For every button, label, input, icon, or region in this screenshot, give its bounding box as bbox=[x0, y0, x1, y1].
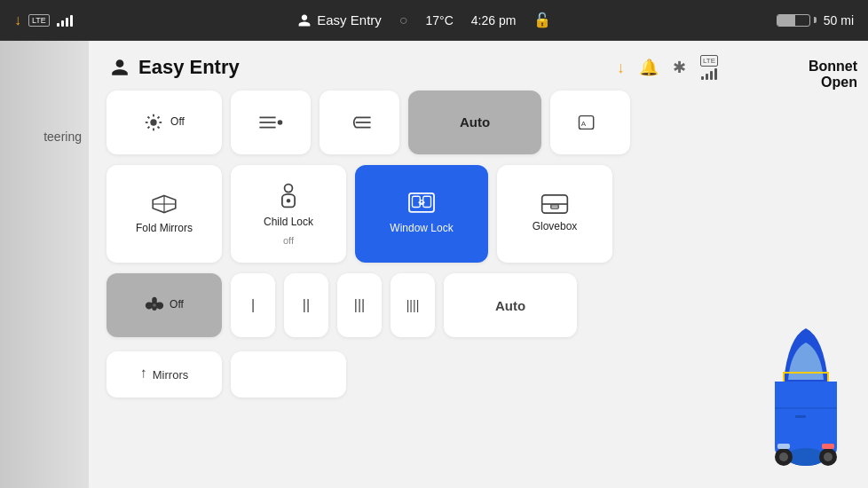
header-sig-1 bbox=[701, 76, 704, 80]
battery-fill bbox=[777, 15, 795, 26]
svg-point-19 bbox=[287, 199, 290, 202]
svg-point-23 bbox=[420, 201, 423, 204]
svg-line-7 bbox=[148, 127, 150, 129]
svg-rect-21 bbox=[413, 196, 421, 207]
right-panel: Bonnet Open bbox=[739, 41, 868, 488]
fan-off-icon bbox=[145, 295, 164, 315]
status-profile-name: Easy Entry bbox=[317, 12, 382, 28]
svg-point-28 bbox=[153, 303, 156, 307]
status-person-icon bbox=[297, 13, 312, 28]
header-lte-badge: LTE bbox=[700, 55, 718, 67]
svg-point-35 bbox=[824, 453, 832, 461]
signal-bar-2 bbox=[61, 20, 64, 27]
fan-1-label: | bbox=[251, 297, 255, 313]
header-icons: ↓ 🔔 ✱ LTE bbox=[617, 55, 718, 80]
bonnet-label: Bonnet bbox=[809, 59, 857, 75]
car-illustration bbox=[753, 293, 868, 488]
child-lock-label: Child Lock bbox=[264, 216, 313, 230]
fold-mirrors-label: Fold Mirrors bbox=[136, 222, 193, 236]
fog-front-icon bbox=[347, 114, 372, 131]
svg-point-33 bbox=[779, 453, 788, 461]
sidebar-steering-label: teering bbox=[43, 130, 82, 144]
status-left: ↓ LTE bbox=[14, 12, 73, 28]
child-lock-button[interactable]: Child Lock off bbox=[231, 165, 346, 263]
fan-off-label: Off bbox=[170, 298, 184, 312]
header-download-icon: ↓ bbox=[617, 59, 625, 77]
header-bluetooth-icon: ✱ bbox=[673, 58, 686, 77]
glovebox-label: Glovebox bbox=[533, 220, 578, 234]
fan-3-label: ||| bbox=[354, 297, 365, 313]
main-content: teering Easy Entry ↓ 🔔 ✱ LTE bbox=[0, 41, 868, 488]
child-lock-icon bbox=[276, 182, 301, 210]
svg-rect-36 bbox=[795, 415, 806, 418]
auto-light-icon-button[interactable]: A bbox=[550, 91, 630, 154]
status-circle-icon: ○ bbox=[399, 12, 408, 28]
header-sig-2 bbox=[706, 74, 708, 80]
svg-rect-22 bbox=[423, 196, 431, 207]
svg-line-6 bbox=[158, 127, 160, 129]
car-svg bbox=[753, 293, 868, 488]
svg-point-12 bbox=[278, 120, 283, 125]
fan-speed-row: Off | || ||| |||| bbox=[107, 273, 722, 337]
fan-auto-label: Auto bbox=[495, 298, 525, 313]
mirrors-bottom-button[interactable]: ↓ Mirrors bbox=[107, 351, 222, 397]
svg-point-0 bbox=[150, 119, 156, 125]
battery-bar bbox=[777, 14, 810, 27]
window-lock-label: Window Lock bbox=[390, 222, 453, 236]
bonnet-info: Bonnet Open bbox=[809, 59, 857, 91]
status-battery bbox=[777, 14, 817, 27]
fog-rear-button[interactable] bbox=[231, 91, 311, 154]
status-signal-bars bbox=[57, 14, 73, 27]
fog-front-button[interactable] bbox=[320, 91, 399, 154]
auto-light-icon: A bbox=[578, 113, 603, 132]
light-off-icon bbox=[144, 113, 163, 132]
svg-line-5 bbox=[148, 116, 150, 118]
fan-4-label: |||| bbox=[406, 298, 420, 312]
signal-bar-4 bbox=[70, 15, 73, 27]
status-bar: ↓ LTE Easy Entry ○ 17°C 4:26 pm 🔓 bbox=[0, 0, 868, 41]
status-mileage: 50 mi bbox=[824, 13, 854, 28]
sidebar-panel: teering bbox=[0, 41, 89, 488]
mirrors-bottom-label: Mirrors bbox=[153, 368, 188, 382]
status-center: Easy Entry ○ 17°C 4:26 pm 🔓 bbox=[297, 12, 551, 28]
mirrors-up-icon: ↓ bbox=[140, 366, 147, 382]
header-signal bbox=[701, 68, 717, 80]
signal-bar-3 bbox=[66, 18, 68, 27]
status-time: 4:26 pm bbox=[471, 13, 517, 28]
window-lock-icon bbox=[407, 192, 436, 216]
sidebar-content: teering bbox=[0, 59, 89, 488]
mirrors-locks-row: Fold Mirrors Child Lock off bbox=[107, 165, 722, 263]
fan-off-button[interactable]: Off bbox=[107, 273, 222, 337]
auto-lighting-label: Auto bbox=[460, 114, 490, 131]
fan-auto-button[interactable]: Auto bbox=[444, 273, 577, 337]
panel-header: Easy Entry ↓ 🔔 ✱ LTE bbox=[89, 41, 739, 91]
svg-point-18 bbox=[285, 185, 293, 193]
battery-tip bbox=[814, 17, 817, 23]
fold-mirrors-button[interactable]: Fold Mirrors bbox=[107, 165, 222, 263]
status-temperature: 17°C bbox=[425, 13, 453, 28]
header-bell-icon: 🔔 bbox=[639, 58, 659, 77]
panel-title: Easy Entry bbox=[138, 56, 240, 79]
fan-speed-2-button[interactable]: || bbox=[284, 273, 328, 337]
status-lock-icon: 🔓 bbox=[533, 12, 551, 28]
glovebox-button[interactable]: Glovebox bbox=[497, 165, 612, 263]
svg-rect-37 bbox=[777, 444, 790, 449]
bottom-row: ↓ Mirrors bbox=[107, 351, 722, 397]
fan-speed-3-button[interactable]: ||| bbox=[337, 273, 382, 337]
auto-lighting-button[interactable]: Auto bbox=[408, 91, 541, 154]
signal-bar-1 bbox=[57, 23, 59, 27]
window-lock-button[interactable]: Window Lock bbox=[355, 165, 488, 263]
glovebox-icon bbox=[541, 193, 569, 215]
child-lock-sublabel: off bbox=[283, 235, 294, 246]
fold-mirrors-icon bbox=[150, 192, 178, 216]
light-off-label: Off bbox=[170, 115, 185, 130]
fan-speed-4-button[interactable]: |||| bbox=[391, 273, 435, 337]
light-off-button[interactable]: Off bbox=[107, 91, 222, 154]
fan-2-label: || bbox=[303, 297, 310, 313]
fan-speed-1-button[interactable]: | bbox=[231, 273, 275, 337]
status-download-icon: ↓ bbox=[14, 12, 21, 28]
svg-text:A: A bbox=[581, 120, 587, 128]
header-sig-3 bbox=[710, 71, 713, 80]
center-panel: Easy Entry ↓ 🔔 ✱ LTE bbox=[89, 41, 739, 488]
mirrors-setting-button[interactable] bbox=[231, 351, 346, 397]
